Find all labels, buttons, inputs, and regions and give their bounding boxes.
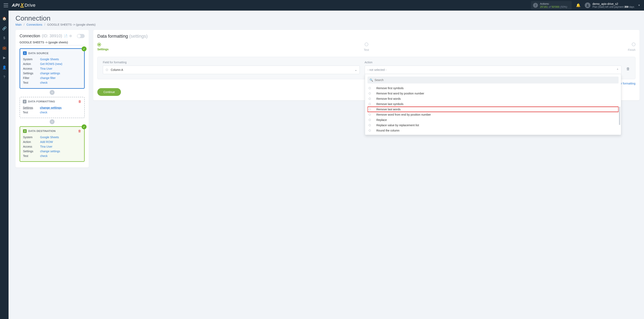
breadcrumb-main[interactable]: Main [16, 23, 22, 26]
home-icon[interactable]: 🏠 [0, 14, 8, 23]
panel-title-main: Data formatting [97, 34, 129, 39]
block-data-source[interactable]: ✓ 1 DATA SOURCE SystemGoogle SheetsActio… [20, 48, 85, 89]
kv-link[interactable]: Tina User [40, 67, 52, 70]
notifications-icon[interactable]: 🔔 [576, 3, 581, 8]
trash-icon[interactable]: 🗑 [626, 67, 630, 71]
step-finish[interactable]: Finish [456, 42, 636, 52]
block-data-destination[interactable]: ✓ 3 DATA DESTINATION 🗑 SystemGoogle Shee… [20, 126, 85, 162]
youtube-icon[interactable]: ▶ [0, 53, 8, 62]
plan-prefix: Plan |Start| left until payment [592, 6, 624, 8]
kv-link[interactable]: Google Sheets [40, 136, 59, 139]
dollar-icon[interactable]: $ [0, 34, 8, 42]
step-label: Settings [97, 48, 277, 51]
formatting-panel: Data formatting (settings) SettingsTestF… [93, 30, 640, 100]
actions-usage-box[interactable]: i Actions: 25'161 of 50'000 (50%) [531, 1, 572, 10]
dropdown-option[interactable]: Remove first words [368, 96, 619, 102]
dropdown-option[interactable]: Remove word from end by position number [368, 112, 619, 117]
block-title-format: DATA FORMATTING [28, 100, 55, 103]
field-label: Field for formatting [103, 61, 360, 64]
radio-icon [369, 119, 371, 121]
actions-pct: (50%) [560, 5, 567, 8]
add-block-button[interactable]: + [50, 90, 54, 95]
avatar-icon [585, 2, 590, 8]
kv-link[interactable]: Google Sheets [40, 58, 59, 61]
logo[interactable]: API X Drive [12, 3, 36, 8]
kv-value: change filter [40, 76, 56, 80]
sitemap-icon[interactable]: 🔗 [0, 24, 8, 32]
dropdown-option[interactable]: Replace value by replacement list [368, 122, 619, 128]
kv-link[interactable]: Add ROW [40, 140, 53, 144]
connection-toggle[interactable] [77, 34, 85, 38]
dropdown-option[interactable]: Replace [368, 117, 619, 122]
dropdown-option[interactable]: Remove first symbols [368, 86, 619, 91]
hamburger-menu[interactable] [4, 4, 8, 7]
panel-title-grey: (settings) [129, 34, 148, 39]
user-icon[interactable]: 👤 [0, 63, 8, 72]
gear-icon[interactable]: ⚙ [69, 34, 72, 38]
user-menu[interactable]: demo_apix-drive_s2 Plan |Start| left unt… [585, 2, 634, 8]
kv-value: Tina User [40, 66, 52, 71]
trash-icon[interactable]: 🗑 [78, 100, 82, 104]
dropdown-option[interactable]: Round the column [368, 128, 619, 133]
kv-row: AccessTina User [23, 144, 81, 149]
step-dot [632, 42, 636, 46]
kv-key: System [23, 135, 37, 140]
kv-link[interactable]: change settings [40, 106, 62, 109]
kv-link[interactable]: Tina User [40, 145, 52, 148]
step-dot [365, 42, 368, 46]
kv-link[interactable]: change settings [40, 150, 60, 153]
dropdown-option-label: Remove first word by position number [376, 92, 424, 95]
kv-row: SystemGoogle Sheets [23, 135, 81, 140]
dropdown-search[interactable]: 🔍 [368, 76, 619, 84]
field-group: Field for formatting Column A ⌄ [103, 61, 360, 74]
dropdown-option-label: Remove last words [376, 108, 401, 111]
dropdown-option[interactable]: Remove last words [368, 107, 619, 112]
kv-key: Test [23, 80, 37, 85]
kv-value: check [40, 80, 48, 85]
dropdown-option-label: Remove word from end by position number [376, 113, 431, 116]
continue-button[interactable]: Continue [97, 88, 121, 96]
copy-icon[interactable]: 📄 [64, 34, 68, 38]
trash-icon[interactable]: 🗑 [78, 129, 81, 133]
kv-link[interactable]: Get ROWS (new) [40, 62, 62, 66]
kv-row: Testcheck [23, 154, 81, 158]
radio-icon [369, 98, 371, 100]
action-label: Action [365, 61, 622, 64]
kv-value: Tina User [40, 144, 52, 149]
chevron-down-icon[interactable]: ▼ [638, 4, 640, 7]
block-data-formatting[interactable]: 2 DATA FORMATTING 🗑 Settingschange setti… [20, 97, 85, 118]
dropdown-option-label: Replace [376, 118, 387, 122]
dropdown-search-input[interactable] [375, 78, 617, 82]
action-select[interactable]: - not selected - ⌄ 🔍 Remove first symbol… [365, 66, 622, 74]
svg-point-0 [587, 4, 588, 5]
page-title: Connection [16, 14, 640, 22]
field-value: Column A [111, 68, 123, 72]
radio-icon [369, 130, 371, 132]
connection-name[interactable]: GOOGLE SHEETS -> (google sheets) [20, 39, 85, 46]
briefcase-icon[interactable]: 💼 [0, 44, 8, 52]
kv-link[interactable]: change settings [40, 72, 60, 75]
field-select[interactable]: Column A ⌄ [103, 66, 360, 74]
actions-label: Actions: [540, 2, 568, 5]
block-title-source: DATA SOURCE [28, 52, 49, 55]
step-test[interactable]: Test [277, 42, 456, 52]
actions-values: 25'161 of 50'000 (50%) [540, 5, 568, 8]
dropdown-option[interactable]: Remove last symbols [368, 102, 619, 107]
kv-link[interactable]: check [40, 154, 48, 158]
actions-total: 50'000 [552, 5, 560, 8]
search-icon: 🔍 [370, 78, 373, 82]
kv-link[interactable]: change filter [40, 76, 56, 80]
kv-row: Testcheck [23, 110, 82, 115]
radio-icon [369, 87, 371, 89]
step-number-2: 2 [23, 100, 26, 104]
help-icon[interactable]: ? [0, 73, 8, 82]
add-block-button[interactable]: + [50, 119, 54, 124]
kv-row: ActionAdd ROW [23, 140, 81, 144]
breadcrumb-connections[interactable]: Connections [26, 23, 42, 26]
dropdown-option[interactable]: Remove first word by position number [368, 91, 619, 96]
scrollbar-thumb[interactable] [619, 107, 620, 125]
step-settings[interactable]: Settings [97, 42, 277, 52]
kv-link[interactable]: check [40, 81, 48, 84]
kv-link[interactable]: check [40, 111, 48, 114]
step-label: Test [277, 48, 456, 52]
